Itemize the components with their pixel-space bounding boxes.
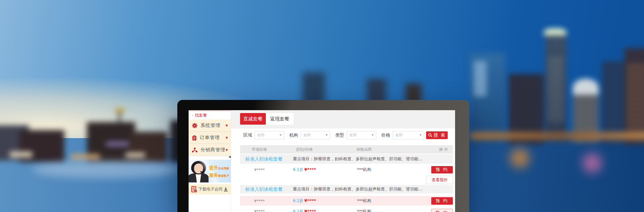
view-quote-link[interactable]: 查看报价 <box>426 176 453 184</box>
table-row: ¥**** 6.1折¥**** ***机构 预 约 <box>240 208 453 212</box>
package-description: 重点项目：肿瘤筛查，妇科检查、多部位超声检查、肝功能、肾功能... <box>293 186 422 192</box>
slogan-line1-small: 企业形象 <box>218 167 229 170</box>
col-header-brand: 体验品牌 <box>330 147 398 152</box>
table-header-row: 市场价格 折扣/价格 体验品牌 操 作 <box>240 145 453 154</box>
chevron-down-icon: ▼ <box>372 134 374 137</box>
col-header-actions: 操 作 <box>398 147 453 152</box>
download-contract-button[interactable]: 下载电子合同 <box>189 184 231 194</box>
filter-label-type: 类型 <box>335 132 344 138</box>
sidebar-item-order-management[interactable]: 订单管理 ▼ <box>189 132 231 144</box>
discounted-price: ¥**** <box>304 167 316 172</box>
slogan-line2-big: 服务 <box>209 172 218 178</box>
package-title-row: 标准入职体检套餐 重点项目：肿瘤筛查，妇科检查、多部位超声检查、肝功能、肾功能.… <box>240 154 453 164</box>
chevron-down-icon: ▼ <box>226 136 228 139</box>
table-row: ¥**** 6.1折¥**** ***机构 预 约 <box>240 196 453 206</box>
select-value: 全部 <box>257 133 265 137</box>
chevron-down-icon: ▼ <box>420 134 422 137</box>
filter-label-region: 区域 <box>243 132 252 138</box>
search-button[interactable]: 搜 索 <box>426 131 448 139</box>
gear-icon <box>192 123 198 128</box>
region-select[interactable]: 全部 ▼ <box>255 131 284 139</box>
slogan-line2-small: 新老客户 <box>218 174 229 177</box>
download-icon <box>223 187 228 192</box>
package-title-link[interactable]: 标准入职体检套餐 <box>245 156 283 162</box>
chevron-down-icon: ▼ <box>280 134 282 137</box>
select-value: 全部 <box>395 133 403 137</box>
discounted-price: ¥**** <box>304 198 316 203</box>
distributor-network-icon <box>192 147 198 153</box>
discount-value: 6.1折 <box>293 198 303 203</box>
discount-value: 6.1折 <box>293 209 303 212</box>
book-button[interactable]: 预 约 <box>431 209 453 212</box>
orange-light-reflection <box>505 143 534 173</box>
chevron-down-icon: ▼ <box>326 134 328 137</box>
search-icon <box>428 133 432 137</box>
clipboard-icon <box>192 135 197 141</box>
brand-name: ***机构 <box>330 209 398 212</box>
search-label: 搜 索 <box>434 132 445 138</box>
customer-service-banner: 提升企业形象 服务新老客户 <box>189 160 231 182</box>
discounted-price: ¥**** <box>304 209 316 212</box>
tablet-device: › 找套餐 系统管理 ▼ 订单管理 ▼ <box>177 100 469 212</box>
chevron-down-icon: ▼ <box>226 124 228 127</box>
institution-select[interactable]: 全部 ▼ <box>301 131 330 139</box>
discount-value: 6.1折 <box>293 167 303 172</box>
pink-light-reflection <box>579 146 605 180</box>
headset-icon <box>189 160 208 179</box>
package-title-row: 标准入职体检套餐 重点项目：肿瘤筛查，妇科检查、多部位超声检查、肝功能、肾功能.… <box>240 185 453 193</box>
chevron-down-icon: ▼ <box>226 148 228 152</box>
main-panel: 直减套餐 返现套餐 区域 全部 ▼ 机构 全部 <box>231 110 455 212</box>
sidebar-item-system-management[interactable]: 系统管理 ▼ <box>189 119 231 132</box>
book-button[interactable]: 预 约 <box>431 166 453 173</box>
table-row: ¥**** 6.1折¥**** ***机构 预 约 <box>240 164 453 175</box>
chevron-right-icon: › <box>192 113 193 117</box>
quote-popup-row: 查看报价 <box>240 175 453 185</box>
market-price: ¥**** <box>240 199 279 203</box>
right-skyline <box>451 19 644 148</box>
package-table: 市场价格 折扣/价格 体验品牌 操 作 标准入职体检套餐 重点项目：肿瘤筛查，妇… <box>240 145 453 212</box>
banner-slogan: 提升企业形象 服务新老客户 <box>209 164 229 179</box>
sidebar: › 找套餐 系统管理 ▼ 订单管理 ▼ <box>189 110 231 212</box>
app-screen: › 找套餐 系统管理 ▼ 订单管理 ▼ <box>189 110 455 212</box>
shore-light-reflection <box>32 161 180 178</box>
col-header-market-price: 市场价格 <box>240 147 279 152</box>
avatar <box>189 173 209 182</box>
tab-cashback-package[interactable]: 返现套餐 <box>266 113 294 125</box>
select-value: 全部 <box>303 133 311 137</box>
type-select[interactable]: 全部 ▼ <box>347 131 376 139</box>
brand-name: ***机构 <box>330 198 398 204</box>
slogan-line1-big: 提升 <box>209 165 218 170</box>
sidebar-item-distributor-management[interactable]: 分销商管理 ▼ <box>189 144 231 156</box>
scene: › 找套餐 系统管理 ▼ 订单管理 ▼ <box>0 0 644 212</box>
col-header-discount-price: 折扣/价格 <box>279 147 330 152</box>
select-value: 全部 <box>349 133 357 137</box>
menu-label: 订单管理 <box>200 135 226 141</box>
tab-bar: 直减套餐 返现套餐 <box>231 110 455 128</box>
price-select[interactable]: 全部 ▼ <box>393 131 424 139</box>
sidebar-collapse-arrow-icon[interactable]: ◀ <box>229 155 231 158</box>
market-price: ¥**** <box>240 167 279 172</box>
filter-label-institution: 机构 <box>289 132 298 138</box>
find-package-label: 找套餐 <box>195 113 207 118</box>
brand-name: ***机构 <box>330 167 398 172</box>
book-button[interactable]: 预 约 <box>431 197 453 205</box>
market-price: ¥**** <box>240 209 279 212</box>
tab-direct-discount-package[interactable]: 直减套餐 <box>240 113 266 125</box>
contract-icon <box>191 186 198 193</box>
download-contract-label: 下载电子合同 <box>198 187 223 192</box>
package-title-link[interactable]: 标准入职体检套餐 <box>245 186 283 192</box>
menu-label: 系统管理 <box>201 122 226 128</box>
menu-label: 分销商管理 <box>201 147 226 153</box>
package-description: 重点项目：肿瘤筛查，妇科检查、多部位超声检查、肝功能、肾功能... <box>293 156 422 162</box>
sidebar-menu: 系统管理 ▼ 订单管理 ▼ 分销商管理 ▼ <box>189 119 231 156</box>
filter-label-price: 价格 <box>381 132 390 138</box>
sidebar-item-find-package[interactable]: › 找套餐 <box>189 111 231 119</box>
filter-bar: 区域 全部 ▼ 机构 全部 ▼ 类型 <box>231 128 455 142</box>
